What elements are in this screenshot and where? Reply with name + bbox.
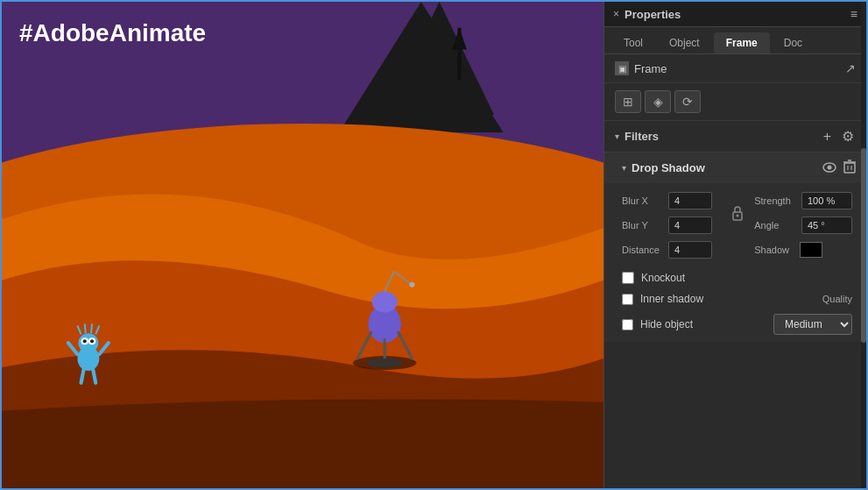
diamond-view-button[interactable]: ◈ bbox=[645, 90, 671, 113]
quality-label-text: Quality bbox=[822, 294, 852, 304]
scrollbar-track bbox=[861, 2, 866, 488]
tab-frame[interactable]: Frame bbox=[714, 32, 770, 53]
drop-shadow-icons bbox=[822, 160, 856, 176]
svg-point-8 bbox=[78, 333, 98, 352]
canvas-title: #AdobeAnimate bbox=[19, 19, 206, 47]
svg-line-19 bbox=[91, 323, 92, 333]
blur-x-input[interactable] bbox=[668, 192, 712, 209]
strength-value bbox=[800, 192, 852, 209]
drop-shadow-visibility-button[interactable] bbox=[822, 160, 836, 176]
frame-icon: ▣ bbox=[615, 61, 629, 75]
drop-shadow-delete-button[interactable] bbox=[843, 160, 856, 176]
svg-point-39 bbox=[737, 215, 739, 217]
svg-point-23 bbox=[372, 292, 398, 313]
blur-x-label: Blur X bbox=[622, 195, 663, 206]
filter-settings-button[interactable]: ⚙ bbox=[840, 128, 856, 145]
tab-tool[interactable]: Tool bbox=[611, 32, 655, 53]
svg-point-32 bbox=[828, 165, 832, 169]
drop-shadow-filter: ▾ Drop Shadow bbox=[604, 153, 866, 342]
svg-point-30 bbox=[366, 359, 403, 367]
filters-header: ▾ Filters + ⚙ bbox=[604, 121, 866, 153]
lock-icon[interactable] bbox=[731, 205, 744, 221]
canvas-area: #AdobeAnimate bbox=[2, 2, 603, 488]
distance-input[interactable] bbox=[668, 241, 712, 259]
inner-shadow-label: Inner shadow bbox=[640, 293, 703, 305]
inner-shadow-checkbox[interactable] bbox=[622, 294, 633, 305]
shadow-label: Shadow bbox=[754, 245, 794, 255]
blur-y-label: Blur Y bbox=[622, 220, 663, 231]
hide-object-checkbox[interactable] bbox=[622, 319, 633, 330]
properties-panel: × Properties ≡ Tool Object Frame Doc ▣ F… bbox=[603, 2, 866, 488]
angle-label: Angle bbox=[754, 220, 794, 231]
hide-object-label: Hide object bbox=[640, 318, 693, 330]
eye-icon bbox=[822, 162, 836, 173]
frame-left: ▣ Frame bbox=[615, 61, 667, 75]
svg-line-18 bbox=[85, 323, 86, 333]
drop-shadow-params: Blur X Strength bbox=[604, 183, 866, 267]
quality-select[interactable]: Low Medium High bbox=[773, 314, 852, 335]
panel-menu-button[interactable]: ≡ bbox=[850, 7, 857, 21]
svg-rect-33 bbox=[844, 163, 855, 173]
grid-view-button[interactable]: ⊞ bbox=[615, 90, 641, 113]
drop-shadow-header: ▾ Drop Shadow bbox=[604, 153, 866, 183]
filters-section: ▾ Filters + ⚙ ▾ Drop Shadow bbox=[604, 121, 866, 488]
svg-point-11 bbox=[83, 339, 87, 343]
angle-input[interactable] bbox=[801, 217, 852, 234]
svg-point-26 bbox=[409, 282, 414, 288]
grid-icon: ⊞ bbox=[623, 95, 633, 109]
drop-shadow-collapse[interactable]: ▾ bbox=[622, 163, 626, 173]
tab-object[interactable]: Object bbox=[657, 32, 712, 53]
trash-icon bbox=[843, 160, 856, 174]
tabs-container: Tool Object Frame Doc bbox=[604, 27, 866, 54]
filters-collapse-arrow[interactable]: ▾ bbox=[615, 131, 619, 141]
icon-row: ⊞ ◈ ⟳ bbox=[604, 83, 866, 121]
knockout-row: Knockout bbox=[604, 267, 866, 288]
add-filter-button[interactable]: + bbox=[822, 128, 833, 145]
angle-value bbox=[800, 217, 852, 234]
tab-doc[interactable]: Doc bbox=[772, 32, 815, 53]
drop-shadow-title-wrap: ▾ Drop Shadow bbox=[622, 161, 705, 174]
drop-shadow-title: Drop Shadow bbox=[632, 161, 705, 174]
diamond-icon: ◈ bbox=[653, 95, 663, 109]
frame-section: ▣ Frame ↗ bbox=[604, 54, 866, 83]
filters-title: Filters bbox=[625, 130, 659, 143]
rotate-view-button[interactable]: ⟳ bbox=[674, 90, 701, 113]
frame-label: Frame bbox=[634, 62, 667, 75]
panel-header-left: × Properties bbox=[613, 8, 681, 21]
scene-svg bbox=[2, 2, 603, 488]
filters-header-right: + ⚙ bbox=[822, 128, 856, 145]
panel-title-text: Properties bbox=[625, 8, 681, 21]
frame-link-icon[interactable]: ↗ bbox=[845, 61, 856, 75]
strength-label: Strength bbox=[754, 195, 794, 206]
rotate-icon: ⟳ bbox=[682, 95, 693, 109]
strength-input[interactable] bbox=[801, 192, 852, 209]
shadow-color-picker[interactable] bbox=[800, 242, 822, 258]
panel-close-button[interactable]: × bbox=[613, 8, 619, 20]
blur-y-input[interactable] bbox=[668, 217, 712, 234]
scrollbar-thumb[interactable] bbox=[861, 148, 866, 343]
knockout-label: Knockout bbox=[641, 272, 685, 284]
knockout-checkbox[interactable] bbox=[622, 272, 634, 284]
distance-label: Distance bbox=[622, 245, 663, 255]
filters-header-left: ▾ Filters bbox=[615, 130, 659, 143]
panel-header: × Properties ≡ bbox=[604, 2, 866, 27]
svg-point-12 bbox=[90, 339, 94, 343]
